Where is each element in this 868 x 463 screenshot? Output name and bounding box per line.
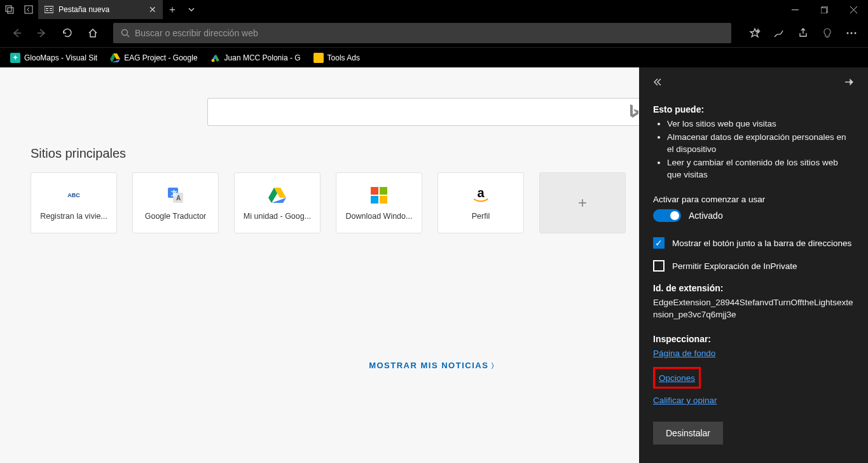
activate-label: Activar para comenzar a usar	[653, 195, 854, 204]
new-tab-button[interactable]: ＋	[163, 0, 182, 19]
extension-id-value: EdgeExtension_28944StefanvdTurnOfftheLig…	[653, 297, 854, 321]
browser-tab[interactable]: Pestaña nueva ✕	[38, 0, 163, 19]
bookmark-label: GlooMaps - Visual Sit	[24, 53, 97, 62]
drive-icon	[267, 185, 287, 205]
amazon-icon: a	[471, 185, 491, 205]
tile-label: Registran la vivie...	[31, 212, 116, 221]
svg-point-14	[122, 30, 128, 36]
rate-link[interactable]: Calificar y opinar	[653, 396, 717, 405]
top-site-tile[interactable]: 文A Google Traductor	[132, 172, 219, 233]
show-button-checkbox[interactable]: ✓ Mostrar el botón junto a la barra de d…	[653, 237, 854, 249]
drive-icon	[110, 53, 120, 63]
permissions-heading: Esto puede:	[653, 104, 854, 114]
folder-icon	[313, 53, 324, 63]
tab-actions-icon[interactable]	[0, 0, 19, 19]
home-button[interactable]	[81, 22, 104, 45]
svg-rect-0	[6, 6, 11, 11]
pin-panel-button[interactable]	[844, 78, 854, 86]
permission-item: Almacenar datos de exploración personale…	[667, 132, 854, 156]
ntp-search-input[interactable]	[207, 98, 649, 126]
refresh-button[interactable]	[56, 22, 79, 45]
bookmarks-bar: ✦ GlooMaps - Visual Sit EAG Project - Go…	[0, 47, 868, 67]
extension-button[interactable]	[816, 22, 839, 45]
plus-icon: +	[578, 194, 587, 212]
titlebar: Pestaña nueva ✕ ＋	[0, 0, 868, 19]
options-link[interactable]: Opciones	[659, 373, 695, 383]
close-window-button[interactable]	[839, 0, 868, 19]
permission-item: Ver los sitios web que visitas	[667, 118, 854, 130]
inprivate-checkbox[interactable]: Permitir Exploración de InPrivate	[653, 260, 854, 272]
svg-rect-4	[46, 8, 48, 9]
svg-rect-9	[821, 8, 827, 13]
tile-label: Google Traductor	[133, 212, 218, 221]
options-highlight: Opciones	[653, 367, 701, 389]
svg-rect-2	[25, 6, 32, 13]
tile-label: Perfil	[438, 212, 523, 221]
svg-rect-7	[50, 10, 52, 11]
bing-icon	[628, 103, 640, 121]
svg-rect-3	[45, 6, 53, 13]
favicon: ✦	[10, 53, 20, 63]
svg-rect-28	[380, 187, 387, 195]
forward-button[interactable]	[31, 22, 53, 45]
tile-label: Download Windo...	[336, 212, 422, 221]
svg-point-22	[211, 59, 214, 62]
tab-favicon	[45, 5, 53, 14]
top-site-tile[interactable]: Download Windo...	[336, 172, 422, 233]
share-button[interactable]	[792, 22, 815, 45]
maximize-button[interactable]	[809, 0, 839, 19]
extension-details-panel: Esto puede: Ver los sitios web que visit…	[639, 67, 868, 463]
top-site-tile[interactable]: a Perfil	[437, 172, 524, 233]
notes-button[interactable]	[768, 22, 790, 45]
set-aside-icon[interactable]	[19, 0, 38, 19]
bookmark-item[interactable]: ✦ GlooMaps - Visual Sit	[5, 50, 102, 66]
checkbox-checked-icon: ✓	[653, 237, 665, 249]
chevron-right-icon: 〉	[491, 362, 499, 370]
svg-line-15	[127, 35, 129, 37]
tabs-dropdown-icon[interactable]	[182, 0, 201, 19]
bookmark-label: Tools Ads	[327, 53, 360, 62]
inspect-heading: Inspeccionar:	[653, 334, 854, 344]
lightbulb-icon	[822, 28, 832, 38]
ads-icon	[210, 53, 221, 63]
back-button[interactable]	[5, 22, 28, 45]
enable-toggle[interactable]	[653, 209, 681, 222]
favorites-button[interactable]	[743, 22, 766, 45]
tile-label: Mi unidad - Goog...	[235, 212, 320, 221]
permissions-list: Ver los sitios web que visitas Almacenar…	[653, 118, 854, 181]
search-icon	[121, 29, 130, 38]
svg-text:A: A	[176, 195, 181, 202]
toggle-state: Activado	[689, 211, 723, 221]
translate-icon: 文A	[165, 185, 186, 205]
site-icon: ABC	[64, 185, 84, 205]
svg-rect-6	[46, 10, 48, 11]
svg-rect-30	[380, 196, 387, 204]
bookmark-label: EAG Project - Google	[124, 53, 197, 62]
bookmark-item[interactable]: Tools Ads	[308, 50, 365, 66]
bookmark-item[interactable]: Juan MCC Polonia - G	[205, 50, 306, 66]
toolbar: Buscar o escribir dirección web	[0, 19, 868, 47]
windows-icon	[369, 185, 389, 205]
svg-rect-1	[8, 8, 13, 13]
bookmark-label: Juan MCC Polonia - G	[224, 53, 301, 62]
svg-text:a: a	[477, 187, 485, 200]
address-bar[interactable]: Buscar o escribir dirección web	[113, 23, 731, 43]
svg-rect-5	[50, 8, 52, 9]
panel-back-button[interactable]	[653, 78, 663, 86]
svg-point-19	[847, 32, 849, 34]
minimize-button[interactable]	[780, 0, 809, 19]
close-tab-icon[interactable]: ✕	[149, 4, 156, 15]
svg-rect-27	[371, 187, 378, 195]
background-page-link[interactable]: Página de fondo	[653, 349, 715, 358]
extension-id-heading: Id. de extensión:	[653, 283, 854, 293]
svg-point-21	[855, 32, 857, 34]
svg-rect-29	[371, 196, 378, 204]
top-site-tile[interactable]: Mi unidad - Goog...	[234, 172, 320, 233]
uninstall-button[interactable]: Desinstalar	[653, 422, 723, 445]
address-placeholder: Buscar o escribir dirección web	[135, 28, 258, 38]
bookmark-item[interactable]: EAG Project - Google	[105, 50, 202, 66]
settings-menu-button[interactable]	[840, 22, 863, 45]
add-site-tile[interactable]: +	[539, 172, 626, 233]
top-site-tile[interactable]: ABC Registran la vivie...	[31, 172, 117, 233]
checkbox-icon	[653, 260, 665, 272]
